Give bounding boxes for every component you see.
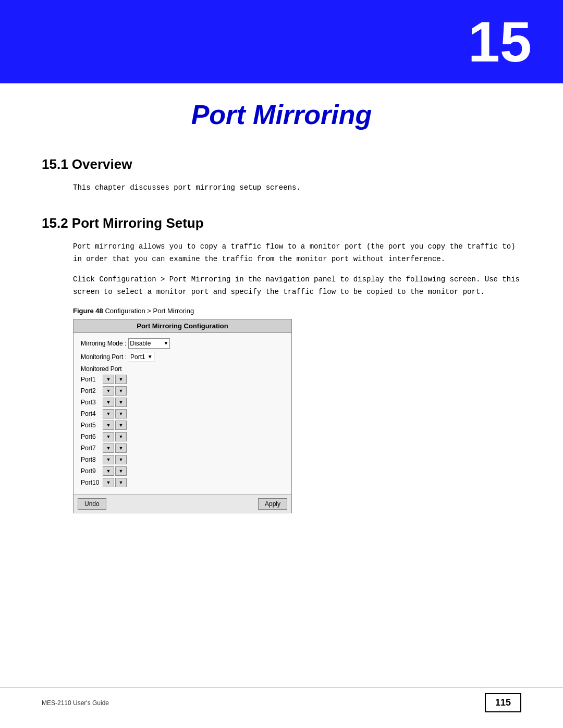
port-row-7: Port7▼▼ — [81, 443, 284, 453]
section-15-2-para1: Port mirroring allows you to copy a traf… — [73, 241, 521, 266]
monitoring-port-value: Port1 — [130, 353, 145, 361]
port-mini-select-8-0[interactable]: ▼ — [103, 455, 114, 464]
port-mini-select-10-1[interactable]: ▼ — [115, 478, 127, 487]
monitored-port-label: Monitored Port — [81, 365, 284, 373]
port-mini-select-9-0[interactable]: ▼ — [103, 466, 114, 476]
page-footer: MES-2110 User's Guide 115 — [0, 687, 563, 712]
section-15-2-para2: Click Configuration > Port Mirroring in … — [73, 274, 521, 299]
mini-select-arrow-icon: ▼ — [119, 423, 124, 428]
port-mini-select-8-1[interactable]: ▼ — [115, 455, 127, 464]
mini-select-arrow-icon: ▼ — [106, 468, 111, 474]
port-mini-select-4-1[interactable]: ▼ — [115, 409, 127, 418]
port-mini-select-2-0[interactable]: ▼ — [103, 386, 114, 396]
port-dropdowns-10: ▼▼ — [103, 478, 127, 487]
monitoring-port-row: Monitoring Port : Port1 ▼ — [81, 352, 284, 362]
mirroring-mode-row: Mirroring Mode : Disable ▼ — [81, 338, 284, 349]
mini-select-arrow-icon: ▼ — [119, 400, 124, 405]
port-row-6: Port6▼▼ — [81, 432, 284, 441]
section-15-1-body: This chapter discusses port mirroring se… — [73, 182, 521, 194]
footer-page-number: 115 — [485, 693, 521, 712]
monitoring-port-arrow-icon: ▼ — [145, 354, 153, 360]
mini-select-arrow-icon: ▼ — [106, 411, 111, 416]
port-dropdowns-7: ▼▼ — [103, 443, 127, 453]
chapter-header: 15 — [0, 0, 563, 83]
port-dropdowns-1: ▼▼ — [103, 375, 127, 384]
port-dropdowns-9: ▼▼ — [103, 466, 127, 476]
port-mini-select-3-0[interactable]: ▼ — [103, 398, 114, 407]
port-mini-select-3-1[interactable]: ▼ — [115, 398, 127, 407]
port-name-4: Port4 — [81, 410, 103, 417]
port-name-5: Port5 — [81, 422, 103, 429]
port-mini-select-6-0[interactable]: ▼ — [103, 432, 114, 441]
mini-select-arrow-icon: ▼ — [106, 434, 111, 439]
mini-select-arrow-icon: ▼ — [106, 377, 111, 382]
port-mini-select-4-0[interactable]: ▼ — [103, 409, 114, 418]
config-buttons: Undo Apply — [74, 495, 291, 513]
port-list: Port1▼▼Port2▼▼Port3▼▼Port4▼▼Port5▼▼Port6… — [81, 375, 284, 487]
port-mini-select-9-1[interactable]: ▼ — [115, 466, 127, 476]
figure-caption-bold: Figure 48 — [73, 307, 103, 315]
mini-select-arrow-icon: ▼ — [106, 423, 111, 428]
port-name-3: Port3 — [81, 399, 103, 406]
config-box: Port Mirroring Configuration Mirroring M… — [73, 319, 292, 513]
section-15-2: 15.2 Port Mirroring Setup Port mirroring… — [42, 215, 521, 513]
figure-container: Port Mirroring Configuration Mirroring M… — [73, 319, 521, 513]
port-row-3: Port3▼▼ — [81, 398, 284, 407]
port-name-10: Port10 — [81, 479, 103, 486]
mini-select-arrow-icon: ▼ — [119, 468, 124, 474]
mini-select-arrow-icon: ▼ — [106, 457, 111, 462]
port-name-9: Port9 — [81, 467, 103, 475]
main-content: Port Mirroring 15.1 Overview This chapte… — [0, 99, 563, 576]
mini-select-arrow-icon: ▼ — [119, 388, 124, 393]
mini-select-arrow-icon: ▼ — [106, 446, 111, 451]
port-mini-select-2-1[interactable]: ▼ — [115, 386, 127, 396]
port-dropdowns-2: ▼▼ — [103, 386, 127, 396]
port-dropdowns-5: ▼▼ — [103, 421, 127, 430]
config-box-body: Mirroring Mode : Disable ▼ Monitoring Po… — [74, 333, 291, 495]
monitoring-port-select[interactable]: Port1 ▼ — [129, 352, 154, 362]
section-15-2-heading: 15.2 Port Mirroring Setup — [42, 215, 521, 231]
port-dropdowns-8: ▼▼ — [103, 455, 127, 464]
mini-select-arrow-icon: ▼ — [119, 446, 124, 451]
undo-button[interactable]: Undo — [78, 498, 106, 510]
port-mini-select-5-1[interactable]: ▼ — [115, 421, 127, 430]
section-15-1-heading: 15.1 Overview — [42, 156, 521, 172]
config-box-title: Port Mirroring Configuration — [74, 319, 291, 333]
mini-select-arrow-icon: ▼ — [119, 411, 124, 416]
figure-caption: Figure 48 Configuration > Port Mirroring — [73, 307, 521, 315]
port-name-1: Port1 — [81, 376, 103, 383]
port-name-2: Port2 — [81, 387, 103, 394]
footer-left-text: MES-2110 User's Guide — [42, 699, 109, 707]
port-name-7: Port7 — [81, 445, 103, 452]
mirroring-mode-value: Disable — [130, 340, 151, 347]
port-dropdowns-4: ▼▼ — [103, 409, 127, 418]
port-dropdowns-6: ▼▼ — [103, 432, 127, 441]
port-mini-select-5-0[interactable]: ▼ — [103, 421, 114, 430]
apply-button[interactable]: Apply — [258, 498, 287, 510]
port-mini-select-1-0[interactable]: ▼ — [103, 375, 114, 384]
mini-select-arrow-icon: ▼ — [106, 400, 111, 405]
mini-select-arrow-icon: ▼ — [119, 480, 124, 485]
mini-select-arrow-icon: ▼ — [119, 377, 124, 382]
port-mini-select-7-0[interactable]: ▼ — [103, 443, 114, 453]
port-row-5: Port5▼▼ — [81, 421, 284, 430]
mini-select-arrow-icon: ▼ — [106, 388, 111, 393]
mini-select-arrow-icon: ▼ — [119, 434, 124, 439]
mirroring-mode-select[interactable]: Disable ▼ — [128, 338, 170, 349]
figure-caption-normal: Configuration > Port Mirroring — [103, 307, 194, 315]
mini-select-arrow-icon: ▼ — [106, 480, 111, 485]
port-mini-select-1-1[interactable]: ▼ — [115, 375, 127, 384]
section-15-1: 15.1 Overview This chapter discusses por… — [42, 156, 521, 194]
port-row-10: Port10▼▼ — [81, 478, 284, 487]
port-mini-select-10-0[interactable]: ▼ — [103, 478, 114, 487]
mirroring-mode-arrow-icon: ▼ — [161, 340, 168, 346]
chapter-number: 15 — [468, 13, 532, 70]
port-mini-select-7-1[interactable]: ▼ — [115, 443, 127, 453]
port-row-9: Port9▼▼ — [81, 466, 284, 476]
port-mini-select-6-1[interactable]: ▼ — [115, 432, 127, 441]
port-row-2: Port2▼▼ — [81, 386, 284, 396]
monitoring-port-label: Monitoring Port : — [81, 353, 127, 361]
port-row-8: Port8▼▼ — [81, 455, 284, 464]
mini-select-arrow-icon: ▼ — [119, 457, 124, 462]
port-dropdowns-3: ▼▼ — [103, 398, 127, 407]
